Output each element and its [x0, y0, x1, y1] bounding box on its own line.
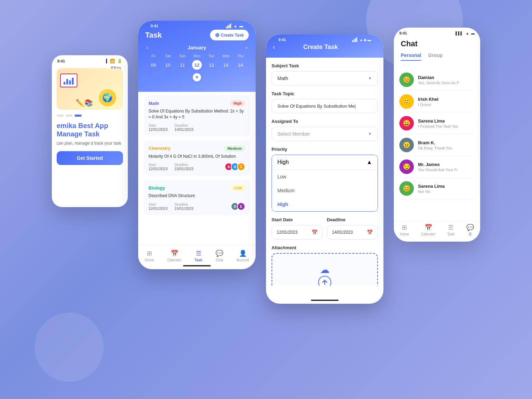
- onboard-status-bar: 9:41 📶 🔋: [52, 55, 128, 65]
- calendar-icon: 📅: [425, 224, 432, 231]
- chat-msg-mrjames: You Should Ask Your Fr: [418, 168, 475, 172]
- tab-group[interactable]: Group: [428, 52, 443, 61]
- cal-day-12[interactable]: 12: [192, 60, 202, 70]
- nav-calendar-label: Calender: [167, 258, 181, 262]
- chem-avatars: A B C: [225, 163, 245, 171]
- task-card-biology[interactable]: Biology Low Described DNA Structure Star…: [144, 180, 250, 215]
- task-subject-chemistry: Chemistry: [149, 146, 171, 151]
- back-button[interactable]: ‹: [273, 43, 275, 51]
- signal-icon: [102, 59, 107, 64]
- signal-icon: [226, 23, 231, 28]
- avatar-bram: 😐: [399, 138, 414, 152]
- chat-name-mrjames: Mr. James: [418, 162, 475, 167]
- home-icon: ⊞: [147, 250, 152, 257]
- tab-personal[interactable]: Personal: [401, 52, 421, 61]
- create-time: 9:41: [278, 38, 286, 42]
- priority-option-medium[interactable]: Medium: [272, 184, 378, 197]
- chat-item-mrjames[interactable]: 😏 Mr. James You Should Ask Your Fr: [399, 156, 475, 178]
- cal-day-label-sat: Sat: [161, 54, 175, 58]
- chat-name-bram: Bram K.: [418, 140, 475, 145]
- subject-arrow-icon: ▼: [368, 76, 372, 81]
- chat-item-irish[interactable]: 🙂 Irish Khel I Dunno: [399, 91, 475, 113]
- cal-dropdown-btn[interactable]: ▼: [193, 73, 201, 81]
- task-status-icons: ▲ ▬: [226, 23, 243, 28]
- nav-account[interactable]: 👤 Account: [237, 250, 249, 262]
- nav-task[interactable]: ☰ Task: [195, 250, 202, 262]
- priority-group: Priority High ▲ Low Medium High: [272, 147, 378, 212]
- nav-home[interactable]: ⊞ Home: [145, 250, 154, 262]
- task-icon: ☰: [196, 250, 201, 257]
- cal-day-14a[interactable]: 14: [221, 60, 231, 70]
- task-card-chemistry[interactable]: Chemistry Medium Molarity Of 4 G Of NaCl…: [144, 140, 250, 176]
- phone-create: 9:41 ▲ ◈ ▬ ‹ Create Task: [266, 35, 383, 304]
- nav-task-label: Task: [195, 258, 202, 262]
- dot-2: [66, 115, 73, 117]
- cal-day-label-wed: Wed: [219, 54, 233, 58]
- deadline-value: 14/01/2023: [332, 230, 353, 235]
- chat-info-bram: Bram K. Ok Rosy, Thank You: [418, 140, 475, 150]
- assigned-to-group: Assigned To Select Member ▼: [272, 119, 378, 141]
- deadline-input[interactable]: 14/01/2023 📅: [327, 225, 378, 240]
- subject-select[interactable]: Math ▼: [272, 71, 378, 86]
- cal-day-09[interactable]: 09: [149, 60, 158, 70]
- priority-label: Priority: [272, 147, 378, 152]
- phone-task: 9:41 ▲ ▬ Task ⊕ Create Task: [138, 21, 256, 269]
- nav-chat[interactable]: 💬 Chat: [216, 250, 223, 262]
- chat-item-damian[interactable]: 😊 Damian Yes, Send As Soon As P: [399, 69, 475, 91]
- wifi-icon: 📶: [110, 59, 115, 64]
- phone-onboard: 9:41 📶 🔋 Skip: [52, 55, 128, 207]
- app-name: emika Best App Manage Task: [57, 121, 123, 138]
- cal-day-10[interactable]: 10: [163, 60, 173, 70]
- chat-nav-chat[interactable]: 💬 C: [466, 224, 474, 236]
- create-task-button[interactable]: ⊕ Create Task: [210, 30, 249, 40]
- pencils-illustration: ✏️📚: [76, 99, 93, 107]
- priority-badge-low: Low: [231, 185, 245, 191]
- chat-info-sarena2: Sarena Lima Not Yet: [418, 184, 475, 194]
- cal-next-arrow[interactable]: ›: [246, 45, 247, 51]
- attachment-upload-box[interactable]: ☁: [272, 253, 378, 285]
- date-row: Start Date 12/01/2023 📅 Deadline 14/01/2…: [272, 217, 378, 240]
- priority-dropdown-header[interactable]: High ▲: [272, 155, 378, 169]
- chat-info-irish: Irish Khel I Dunno: [418, 97, 475, 107]
- chat-nav-calendar[interactable]: 📅 Calender: [421, 224, 435, 236]
- chat-name-sarena2: Sarena Lima: [418, 184, 475, 189]
- create-task-body: Subject Task Math ▼ Task Topic Assigned …: [266, 58, 383, 285]
- cal-day-13[interactable]: 13: [207, 60, 216, 70]
- priority-dropdown-list: Low Medium High: [272, 169, 378, 211]
- chat-item-bram[interactable]: 😐 Bram K. Ok Rosy, Thank You: [399, 134, 475, 156]
- chat-item-sarena1[interactable]: 😄 Sarena Lima I Finished The Task Yes: [399, 113, 475, 134]
- cal-day-label-thu: Thu: [234, 54, 247, 58]
- cal-day-14b[interactable]: 14: [236, 60, 245, 70]
- nav-calendar[interactable]: 📅 Calender: [167, 250, 181, 262]
- start-date-input[interactable]: 12/01/2023 📅: [272, 225, 323, 240]
- cal-day-11[interactable]: 11: [178, 60, 187, 70]
- avatar-damian: 😊: [399, 72, 414, 87]
- priority-option-low[interactable]: Low: [272, 170, 378, 184]
- assigned-select[interactable]: Select Member ▼: [272, 127, 378, 141]
- topic-input[interactable]: [272, 99, 378, 113]
- priority-badge-medium: Medium: [224, 145, 245, 152]
- cal-prev-arrow[interactable]: ‹: [146, 45, 148, 51]
- create-status-bar: 9:41 ▲ ◈ ▬: [273, 35, 377, 43]
- cal-day-label-tue: Tue: [205, 54, 218, 58]
- chat-status-bar: 9:41 ▌▌▌ ▲ ▬: [394, 28, 480, 37]
- chat-nav-task[interactable]: ☰ Task: [447, 224, 455, 236]
- avatar-irish: 🙂: [399, 94, 414, 109]
- chart-illustration: [60, 74, 77, 87]
- globe-illustration: 🌍: [99, 89, 116, 106]
- chat-item-sarena2[interactable]: 😊 Sarena Lima Not Yet: [399, 178, 475, 200]
- deadline-group: Deadline 14/01/2023 📅: [327, 217, 378, 240]
- task-time: 9:41: [151, 24, 158, 28]
- start-date-calendar-icon: 📅: [312, 230, 317, 235]
- phone-chat: 9:41 ▌▌▌ ▲ ▬ Chat Personal Group 😊 Dami: [394, 28, 480, 242]
- chat-time: 9:41: [399, 31, 407, 35]
- chat-msg-irish: I Dunno: [418, 103, 475, 107]
- get-started-button[interactable]: Get Started: [57, 151, 123, 165]
- task-card-math[interactable]: Math High Solve Of Equations By Substitu…: [144, 95, 250, 136]
- chat-name-irish: Irish Khel: [418, 97, 475, 102]
- chat-info-mrjames: Mr. James You Should Ask Your Fr: [418, 162, 475, 172]
- priority-option-high[interactable]: High: [272, 197, 378, 211]
- chat-nav-home[interactable]: ⊞ Home: [400, 224, 409, 236]
- start-date-group: Start Date 12/01/2023 📅: [272, 217, 323, 240]
- task-dates-math: Start 12/01/2023 Deadline 14/01/2023: [149, 124, 245, 132]
